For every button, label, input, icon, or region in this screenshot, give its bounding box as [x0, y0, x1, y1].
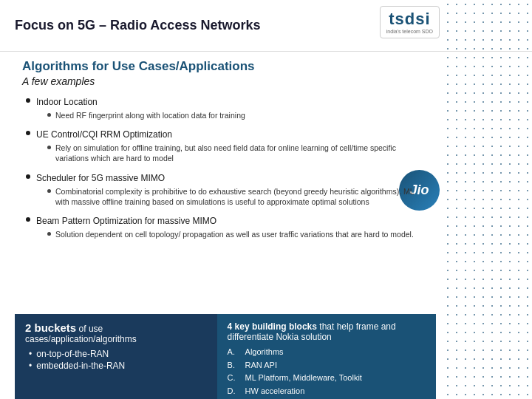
section-title: Algorithms for Use Cases/Applications — [22, 59, 429, 74]
sub-bullet-list: Combinatorial complexity is prohibitive … — [36, 186, 429, 207]
box-right-item: C.ML Platform, Middleware, Toolkit — [228, 372, 426, 385]
bullet-item: Beam Pattern Optimization for massive MI… — [26, 214, 429, 242]
sub-bullet-item: Combinatorial complexity is prohibitive … — [47, 186, 429, 207]
box-right-item-text: HW acceleration — [245, 385, 305, 398]
bullet-text: UE Control/CQI RRM Optimization — [36, 129, 172, 140]
bullet-item: Scheduler for 5G massive MIMOCombinatori… — [26, 171, 429, 209]
bullet-dot-icon — [26, 131, 30, 135]
sub-bullet-text: Solution dependent on cell topology/ pro… — [55, 229, 414, 239]
box-right-item-text: Algorithms — [245, 346, 284, 359]
sub-bullet-list: Solution dependent on cell topology/ pro… — [36, 229, 414, 239]
box-right-item-label: A. — [228, 346, 241, 359]
sub-bullet-text: Combinatorial complexity is prohibitive … — [55, 186, 429, 207]
sub-bullet-list: Rely on simulation for offline training,… — [36, 143, 429, 163]
page-title: Focus on 5G – Radio Access Networks — [15, 18, 260, 33]
box-right-item-label: B. — [228, 359, 241, 372]
bullet-item: UE Control/CQI RRM OptimizationRely on s… — [26, 127, 429, 166]
box-left-items: on-top-of-the-RANembedded-in-the-RAN — [25, 349, 207, 371]
sub-bullet-text: Rely on simulation for offline training,… — [55, 143, 429, 163]
box-left-item: embedded-in-the-RAN — [29, 361, 207, 371]
bullet-text: Scheduler for 5G massive MIMO — [36, 173, 165, 183]
sub-bullet-item: Solution dependent on cell topology/ pro… — [47, 229, 414, 239]
box-right-bold: 4 key building blocks — [228, 321, 317, 332]
bullet-dot-icon — [26, 174, 30, 179]
bullet-dot-icon — [26, 98, 30, 103]
sub-bullet-dot-icon — [47, 189, 51, 193]
sub-bullet-text: Need RF fingerprint along with location … — [55, 110, 245, 120]
sub-bullet-item: Need RF fingerprint along with location … — [47, 110, 245, 120]
section-subtitle: A few examples — [22, 75, 429, 87]
box-right-item-label: C. — [228, 372, 241, 385]
sub-bullet-dot-icon — [47, 146, 51, 149]
sub-bullet-item: Rely on simulation for offline training,… — [47, 143, 429, 163]
box-left: 2 buckets of use cases/application/algor… — [15, 314, 217, 399]
box-right: 4 key building blocks that help frame an… — [217, 314, 436, 399]
box-right-item: B.RAN API — [228, 359, 426, 372]
bullet-dot-icon — [26, 217, 30, 222]
box-right-item-label: D. — [228, 385, 241, 398]
bullet-text: Beam Pattern Optimization for massive MI… — [36, 216, 216, 226]
box-right-item-text: RAN API — [245, 359, 277, 372]
box-right-item: A.Algorithms — [228, 346, 426, 359]
bullet-item: Indoor LocationNeed RF fingerprint along… — [26, 95, 429, 123]
box-left-bold: 2 buckets — [25, 321, 76, 334]
bullet-text: Indoor Location — [36, 97, 98, 107]
box-right-item: D.HW acceleration — [228, 385, 426, 398]
main-bullet-list: Indoor LocationNeed RF fingerprint along… — [22, 95, 429, 242]
dot-pattern-background — [443, 0, 532, 399]
sub-bullet-dot-icon — [47, 232, 51, 236]
box-left-item: on-top-of-the-RAN — [29, 349, 207, 359]
sub-bullet-list: Need RF fingerprint along with location … — [36, 110, 245, 120]
bottom-boxes: 2 buckets of use cases/application/algor… — [15, 314, 436, 399]
sub-bullet-dot-icon — [47, 113, 51, 117]
box-right-item-text: ML Platform, Middleware, Toolkit — [245, 372, 362, 385]
box-right-items: A.AlgorithmsB.RAN APIC.ML Platform, Midd… — [228, 346, 426, 398]
header: Focus on 5G – Radio Access Networks — [0, 0, 532, 52]
